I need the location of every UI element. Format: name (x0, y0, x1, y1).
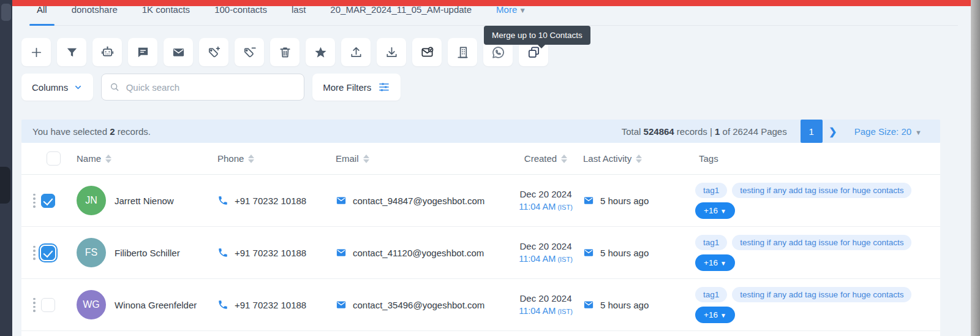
filter-row: Columns More Filters (21, 74, 401, 101)
more-filters-label: More Filters (323, 82, 371, 93)
created-timezone: (IST) (556, 204, 573, 211)
created-date: Dec 20 2024 (508, 188, 583, 200)
sort-icon[interactable] (561, 155, 567, 163)
filter-button[interactable] (57, 38, 86, 66)
contact-name[interactable]: Winona Greenfelder (115, 300, 197, 310)
tab-20-mar-update[interactable]: 20_MAR_2024_11_05_AM-update (323, 6, 479, 26)
tag-pill[interactable]: testing if any add tag issue for huge co… (732, 287, 911, 302)
created-timezone: (IST) (556, 256, 573, 263)
chat-bubble-icon (136, 45, 150, 59)
sort-icon[interactable] (105, 155, 111, 163)
created-cell: Dec 20 2024 11:04 AM (IST) (508, 292, 583, 318)
email-verify-button[interactable] (412, 38, 442, 66)
tag-minus-icon (243, 45, 257, 59)
row-checkbox[interactable] (41, 194, 55, 208)
page-1-button[interactable]: 1 (801, 120, 823, 143)
envelope-icon (336, 247, 347, 258)
tab-100-contacts[interactable]: 100-contacts (207, 6, 274, 26)
rail-item-active[interactable] (0, 167, 10, 204)
tag-pill[interactable]: testing if any add tag issue for huge co… (732, 235, 911, 250)
tab-1k-contacts[interactable]: 1K contacts (135, 6, 197, 26)
sort-icon[interactable] (363, 155, 369, 163)
avatar: FS (77, 238, 106, 267)
header-last-activity[interactable]: Last Activity (583, 153, 695, 164)
phone-cell[interactable]: +91 70232 10188 (217, 195, 336, 206)
add-tag-button[interactable] (199, 38, 228, 66)
more-tags-button[interactable]: +16▼ (695, 202, 735, 219)
email-cell[interactable]: contact_41120@yogeshbot.com (336, 247, 508, 258)
rail-item-top[interactable] (1, 4, 11, 21)
tab-all[interactable]: All (29, 6, 55, 26)
envelope-icon (336, 195, 347, 206)
header-name[interactable]: Name (77, 153, 217, 164)
sms-button[interactable] (128, 38, 157, 66)
next-page-button[interactable]: ❯ (823, 126, 843, 137)
sort-icon[interactable] (248, 155, 254, 163)
phone-icon (217, 195, 228, 206)
columns-button[interactable]: Columns (21, 74, 93, 101)
phone-cell[interactable]: +91 70232 10188 (217, 247, 336, 258)
last-activity-cell: 5 hours ago (583, 247, 695, 258)
contact-name[interactable]: Jarrett Nienow (115, 196, 174, 206)
pages-suffix: of 26244 Pages (720, 126, 786, 137)
last-activity-text: 5 hours ago (600, 300, 649, 310)
selected-prefix: You have selected (32, 126, 110, 137)
contact-name[interactable]: Filiberto Schiller (115, 248, 180, 258)
tab-more[interactable]: More▼ (489, 6, 533, 26)
caret-down-icon: ▼ (720, 260, 726, 267)
contact-name-cell[interactable]: WG Winona Greenfelder (77, 290, 217, 319)
row-checkbox[interactable] (41, 246, 55, 260)
row-checkbox[interactable] (41, 298, 55, 312)
table-row: FS Filiberto Schiller +91 70232 10188 co… (21, 227, 940, 279)
avatar: JN (77, 186, 106, 215)
created-date: Dec 20 2024 (508, 292, 583, 305)
envelope-icon (583, 195, 594, 206)
table-header-row: Name Phone Email Created Last Activity T… (21, 143, 940, 175)
more-filters-button[interactable]: More Filters (312, 74, 401, 101)
header-phone[interactable]: Phone (217, 153, 336, 164)
trash-icon (278, 45, 292, 59)
search-input[interactable] (126, 82, 296, 93)
page-size-selector[interactable]: Page Size: 20▼ (854, 126, 934, 137)
header-created[interactable]: Created (508, 153, 583, 164)
import-button[interactable] (377, 38, 406, 66)
contact-name-cell[interactable]: FS Filiberto Schiller (77, 238, 217, 267)
envelope-icon (172, 45, 186, 59)
phone-icon (217, 299, 228, 310)
phone-icon (217, 247, 228, 258)
chevron-down-icon: ▼ (519, 6, 526, 15)
drag-handle[interactable] (33, 194, 36, 208)
phone-number: +91 70232 10188 (235, 248, 306, 258)
header-email[interactable]: Email (336, 153, 508, 164)
tag-pill[interactable]: testing if any add tag issue for huge co… (732, 183, 911, 198)
tag-pill[interactable]: tag1 (695, 287, 727, 302)
favorite-button[interactable] (306, 38, 335, 66)
remove-tag-button[interactable] (235, 38, 264, 66)
drag-handle[interactable] (33, 246, 36, 260)
email-button[interactable] (164, 38, 193, 66)
drag-handle[interactable] (33, 298, 36, 312)
tab-last[interactable]: last (284, 6, 313, 26)
delete-button[interactable] (270, 38, 300, 66)
contact-name-cell[interactable]: JN Jarrett Nienow (77, 186, 217, 215)
sort-icon[interactable] (636, 155, 642, 163)
bot-button[interactable] (92, 38, 122, 66)
export-button[interactable] (341, 38, 371, 66)
email-cell[interactable]: contact_35496@yogeshbot.com (336, 299, 508, 310)
company-button[interactable] (448, 38, 477, 66)
tag-pill[interactable]: tag1 (695, 183, 727, 198)
envelope-icon (583, 299, 594, 310)
mail-check-icon (420, 45, 434, 59)
email-cell[interactable]: contact_94847@yogeshbot.com (336, 195, 508, 206)
created-time: 11:04 AM (519, 254, 556, 264)
add-contact-button[interactable] (21, 38, 51, 66)
table-row: JN Jarrett Nienow +91 70232 10188 contac… (21, 175, 940, 227)
select-all-checkbox[interactable] (47, 151, 61, 166)
phone-cell[interactable]: +91 70232 10188 (217, 299, 336, 310)
app-left-rail (0, 0, 12, 336)
more-tags-button[interactable]: +16▼ (695, 307, 735, 323)
tag-pill[interactable]: tag1 (695, 235, 727, 250)
email-address: contact_41120@yogeshbot.com (353, 248, 484, 258)
tab-donotshare[interactable]: donotshare (64, 6, 125, 26)
more-tags-button[interactable]: +16▼ (695, 254, 735, 271)
